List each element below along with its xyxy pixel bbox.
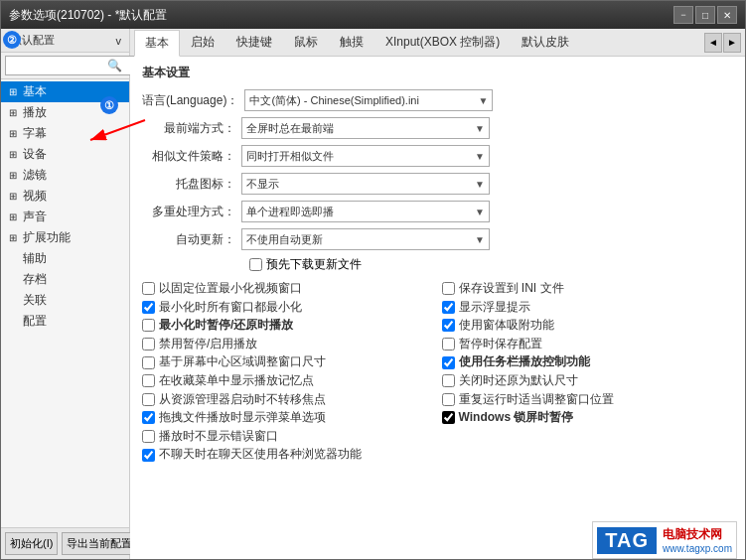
label-browser[interactable]: 不聊天时在聊天区使用各种浏览器功能 bbox=[159, 447, 362, 463]
label-winsnap[interactable]: 使用窗体吸附功能 bbox=[459, 318, 554, 334]
checkbox-item-screenresize[interactable]: 基于屏幕中心区域调整窗口尺寸 bbox=[142, 354, 434, 370]
tab-shortcut[interactable]: 快捷键 bbox=[225, 29, 283, 56]
checkbox-item-fixpos[interactable]: 以固定位置最小化视频窗口 bbox=[142, 281, 434, 297]
setting-dropdown-frontend-text: 全屏时总在最前端 bbox=[246, 121, 334, 136]
nav-item-subtitle[interactable]: ⊞ 字幕 bbox=[1, 123, 129, 144]
setting-dropdown-tray[interactable]: 不显示 ▼ bbox=[241, 173, 490, 195]
checkbox-favbookmark[interactable] bbox=[142, 374, 155, 387]
checkbox-nofocus[interactable] bbox=[142, 393, 155, 406]
checkbox-item-minallwin[interactable]: 最小化时所有窗口都最小化 bbox=[142, 300, 434, 316]
checkbox-minpause[interactable] bbox=[142, 319, 155, 332]
checkbox-item-nofocus[interactable]: 从资源管理器启动时不转移焦点 bbox=[142, 392, 434, 408]
label-closerestore[interactable]: 关闭时还原为默认尺寸 bbox=[459, 373, 578, 389]
label-favbookmark[interactable]: 在收藏菜单中显示播放记忆点 bbox=[159, 373, 314, 389]
label-minpause[interactable]: 最小化时暂停/还原时播放 bbox=[159, 318, 293, 334]
tab-skin[interactable]: 默认皮肤 bbox=[511, 29, 580, 56]
checkbox-predownload[interactable] bbox=[249, 258, 262, 271]
label-saveini[interactable]: 保存设置到 INI 文件 bbox=[459, 281, 564, 297]
tab-nav-left[interactable]: ◄ bbox=[704, 33, 722, 53]
checkbox-section: 以固定位置最小化视频窗口 保存设置到 INI 文件 最小化时所有窗口都最小化 bbox=[142, 281, 733, 463]
checkbox-saveini[interactable] bbox=[442, 282, 455, 295]
checkbox-disablepause[interactable] bbox=[142, 338, 155, 350]
nav-item-video[interactable]: ⊞ 视频 bbox=[1, 186, 129, 207]
label-fixpos[interactable]: 以固定位置最小化视频窗口 bbox=[159, 281, 302, 297]
nav-item-extended[interactable]: ⊞ 扩展功能 bbox=[1, 227, 129, 248]
nav-item-save[interactable]: ⊞ 存档 bbox=[1, 269, 129, 290]
label-dragmenu[interactable]: 拖拽文件播放时显示弹菜单选项 bbox=[159, 410, 326, 426]
label-repeatrepos[interactable]: 重复运行时适当调整窗口位置 bbox=[459, 392, 614, 408]
checkbox-item-tooltip[interactable]: 显示浮显提示 bbox=[442, 300, 734, 316]
checkbox-item-saveini[interactable]: 保存设置到 INI 文件 bbox=[442, 281, 734, 297]
checkbox-item-repeatrepos[interactable]: 重复运行时适当调整窗口位置 bbox=[442, 392, 734, 408]
checkbox-item-favbookmark[interactable]: 在收藏菜单中显示播放记忆点 bbox=[142, 373, 434, 389]
checkbox-taskbarplay[interactable] bbox=[442, 356, 455, 369]
checkbox-winsnap[interactable] bbox=[442, 319, 455, 332]
nav-item-assist[interactable]: ⊞ 辅助 bbox=[1, 248, 129, 269]
setting-dropdown-multiplay[interactable]: 单个进程即选即播 ▼ bbox=[241, 201, 490, 222]
setting-dropdown-similar[interactable]: 同时打开相似文件 ▼ bbox=[241, 145, 490, 167]
checkbox-item-taskbarplay[interactable]: 使用任务栏播放控制功能 bbox=[442, 354, 734, 370]
setting-row-autoupdate: 自动更新： 不使用自动更新 ▼ bbox=[142, 228, 733, 250]
label-taskbarplay[interactable]: 使用任务栏播放控制功能 bbox=[459, 354, 590, 370]
checkbox-dragmenu[interactable] bbox=[142, 411, 155, 424]
search-button[interactable]: 🔍 bbox=[107, 59, 122, 72]
checkbox-fixpos[interactable] bbox=[142, 282, 155, 295]
minimize-button[interactable]: － bbox=[673, 6, 693, 24]
checkbox-closerestore[interactable] bbox=[442, 374, 455, 387]
checkbox-item-pausesave[interactable]: 暂停时保存配置 bbox=[442, 337, 734, 352]
nav-item-device[interactable]: ⊞ 设备 bbox=[1, 144, 129, 165]
checkbox-item-browser[interactable]: 不聊天时在聊天区使用各种浏览器功能 bbox=[142, 447, 733, 463]
nav-item-audio[interactable]: ⊞ 声音 bbox=[1, 207, 129, 227]
checkbox-item-winlock[interactable]: Windows 锁屏时暂停 bbox=[442, 410, 734, 426]
profile-header: *默认配置 v ② bbox=[1, 29, 129, 53]
watermark-info: 电脑技术网 www.tagxp.com bbox=[663, 526, 732, 554]
bottom-buttons: 初始化(I) 导出当前配置(S)... bbox=[1, 527, 129, 559]
checkbox-tooltip[interactable] bbox=[442, 301, 455, 314]
label-winlock[interactable]: Windows 锁屏时暂停 bbox=[459, 410, 574, 426]
checkbox-item-dragmenu[interactable]: 拖拽文件播放时显示弹菜单选项 bbox=[142, 410, 434, 426]
label-disablepause[interactable]: 禁用暂停/启用播放 bbox=[159, 337, 257, 352]
tab-xinput[interactable]: XInput(XBOX 控制器) bbox=[374, 29, 511, 56]
label-noerror[interactable]: 播放时不显示错误窗口 bbox=[159, 429, 278, 445]
checkbox-repeatrepos[interactable] bbox=[442, 393, 455, 406]
expand-icon-video: ⊞ bbox=[9, 191, 21, 202]
checkbox-item-noerror[interactable]: 播放时不显示错误窗口 bbox=[142, 429, 434, 445]
maximize-button[interactable]: □ bbox=[695, 6, 715, 24]
tab-touch[interactable]: 触摸 bbox=[329, 29, 374, 56]
checkbox-pausesave[interactable] bbox=[442, 338, 455, 350]
profile-dropdown-arrow[interactable]: v bbox=[114, 34, 124, 48]
checkbox-item-closerestore[interactable]: 关闭时还原为默认尺寸 bbox=[442, 373, 734, 389]
label-minallwin[interactable]: 最小化时所有窗口都最小化 bbox=[159, 300, 302, 316]
nav-item-config[interactable]: ⊞ 配置 bbox=[1, 311, 129, 332]
checkbox-noerror[interactable] bbox=[142, 430, 155, 443]
init-button[interactable]: 初始化(I) bbox=[5, 532, 58, 555]
nav-item-play-label: 播放 bbox=[23, 104, 47, 121]
checkbox-minallwin[interactable] bbox=[142, 301, 155, 314]
checkbox-item-winsnap[interactable]: 使用窗体吸附功能 bbox=[442, 318, 734, 334]
expand-icon-subtitle: ⊞ bbox=[9, 128, 21, 139]
nav-item-related[interactable]: ⊞ 关联 bbox=[1, 290, 129, 311]
checkbox-screenresize[interactable] bbox=[142, 356, 155, 369]
checkbox-winlock[interactable] bbox=[442, 411, 455, 424]
close-button[interactable]: ✕ bbox=[717, 6, 737, 24]
checkbox-browser[interactable] bbox=[142, 449, 155, 462]
label-tooltip[interactable]: 显示浮显提示 bbox=[459, 300, 530, 316]
setting-dropdown-frontend[interactable]: 全屏时总在最前端 ▼ bbox=[241, 117, 490, 139]
expand-icon-device: ⊞ bbox=[9, 149, 21, 160]
window-controls: － □ ✕ bbox=[673, 6, 737, 24]
setting-dropdown-tray-text: 不显示 bbox=[246, 177, 279, 192]
setting-dropdown-language[interactable]: 中文(简体) - Chinese(Simplified).ini ▼ bbox=[244, 89, 493, 111]
label-screenresize[interactable]: 基于屏幕中心区域调整窗口尺寸 bbox=[159, 354, 326, 370]
tab-nav-right[interactable]: ► bbox=[723, 33, 741, 53]
setting-dropdown-autoupdate[interactable]: 不使用自动更新 ▼ bbox=[241, 228, 490, 250]
checkbox-item-minpause[interactable]: 最小化时暂停/还原时播放 bbox=[142, 318, 434, 334]
tab-mouse[interactable]: 鼠标 bbox=[283, 29, 329, 56]
nav-item-save-label: 存档 bbox=[23, 271, 47, 288]
tab-basic[interactable]: 基本 bbox=[134, 30, 180, 57]
nav-item-filter[interactable]: ⊞ 滤镜 bbox=[1, 165, 129, 186]
checkbox-item-disablepause[interactable]: 禁用暂停/启用播放 bbox=[142, 337, 434, 352]
label-nofocus[interactable]: 从资源管理器启动时不转移焦点 bbox=[159, 392, 326, 408]
label-pausesave[interactable]: 暂停时保存配置 bbox=[459, 337, 542, 352]
tab-start[interactable]: 启始 bbox=[180, 29, 225, 56]
label-predownload[interactable]: 预先下载更新文件 bbox=[266, 256, 362, 273]
